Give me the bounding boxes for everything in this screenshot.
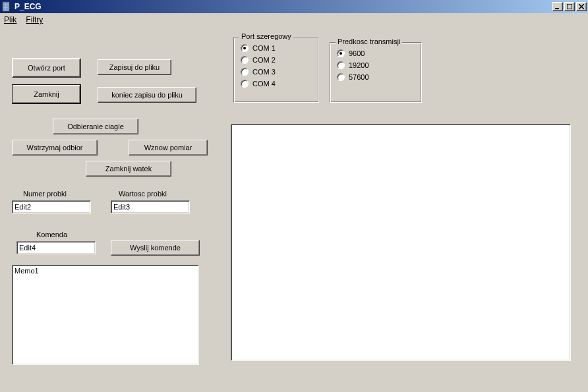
close-button[interactable]: Zamknij	[12, 84, 81, 104]
svg-rect-8	[567, 4, 572, 9]
command-label: Komenda	[36, 231, 67, 238]
end-save-button[interactable]: koniec zapisu do pliku	[98, 87, 196, 103]
window-title: P_ECG	[15, 2, 552, 11]
svg-rect-5	[3, 8, 5, 10]
pause-receive-button[interactable]: Wstrzymaj odbior	[12, 140, 98, 155]
radio-com1[interactable]: COM 1	[241, 44, 312, 52]
menu-plik[interactable]: Plik	[4, 15, 16, 24]
svg-rect-3	[3, 5, 5, 7]
command-input[interactable]	[16, 241, 96, 254]
open-port-button[interactable]: Otwórz port	[12, 58, 81, 78]
radio-label: COM 2	[252, 56, 276, 64]
serial-port-legend: Port szeregowy	[239, 32, 293, 40]
sample-number-input[interactable]	[12, 200, 91, 213]
close-window-button[interactable]	[576, 2, 587, 11]
radio-icon	[337, 49, 345, 57]
sample-value-input[interactable]	[111, 200, 190, 213]
baud-legend: Predkosc transmisji	[336, 38, 402, 45]
radio-icon	[337, 61, 345, 69]
radio-icon	[241, 44, 249, 52]
svg-rect-4	[6, 5, 8, 7]
radio-icon	[241, 56, 249, 64]
radio-com3[interactable]: COM 3	[241, 68, 312, 76]
resume-measure-button[interactable]: Wznow pomiar	[129, 140, 208, 155]
sample-number-label: Numer probki	[23, 190, 67, 198]
radio-icon	[241, 68, 249, 76]
client-area: Otwórz port Zamknij Zapisuj do pliku kon…	[0, 26, 588, 392]
radio-label: 9600	[349, 49, 365, 57]
baud-group: Predkosc transmisji 9600 19200 57600	[330, 42, 422, 103]
radio-label: COM 1	[252, 44, 276, 52]
menu-bar: Plik Filtry	[0, 13, 588, 26]
radio-label: 19200	[349, 61, 369, 69]
svg-rect-6	[6, 8, 8, 10]
radio-icon	[241, 80, 249, 88]
radio-57600[interactable]: 57600	[337, 73, 415, 81]
chart-panel	[231, 124, 571, 361]
radio-icon	[337, 73, 345, 81]
close-thread-button[interactable]: Zamknij watek	[86, 161, 171, 177]
radio-com4[interactable]: COM 4	[241, 80, 312, 88]
continuous-receive-button[interactable]: Odbieranie ciagle	[53, 119, 138, 134]
save-to-file-button[interactable]: Zapisuj do pliku	[98, 59, 171, 75]
minimize-button[interactable]	[552, 2, 563, 11]
radio-label: 57600	[349, 73, 369, 81]
send-command-button[interactable]: Wyslij komende	[111, 240, 200, 256]
serial-port-group: Port szeregowy COM 1 COM 2 COM 3 COM 4	[233, 37, 319, 103]
maximize-button[interactable]	[564, 2, 575, 11]
radio-19200[interactable]: 19200	[337, 61, 415, 69]
memo-box[interactable]	[12, 265, 199, 365]
radio-com2[interactable]: COM 2	[241, 56, 312, 64]
radio-label: COM 3	[252, 68, 276, 76]
app-icon	[1, 1, 12, 12]
radio-label: COM 4	[252, 80, 276, 88]
radio-9600[interactable]: 9600	[337, 49, 415, 57]
svg-rect-1	[3, 3, 5, 5]
svg-rect-2	[6, 3, 8, 5]
sample-value-label: Wartosc probki	[119, 190, 167, 198]
svg-rect-7	[555, 8, 559, 9]
menu-filtry[interactable]: Filtry	[26, 15, 43, 24]
title-bar: P_ECG	[0, 0, 588, 13]
